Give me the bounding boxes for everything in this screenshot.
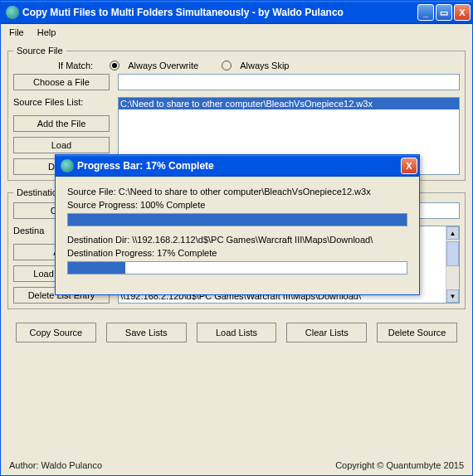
load-lists-button[interactable]: Load Lists [197, 323, 277, 342]
clear-lists-button[interactable]: Clear Lists [286, 323, 367, 342]
progress-dest-status: Destination Progress: 17% Complete [67, 248, 407, 258]
radio-skip[interactable] [222, 61, 232, 70]
dest-progress-bar [67, 261, 407, 274]
dest-progress-fill [68, 262, 125, 274]
chosen-file-field[interactable] [118, 74, 460, 90]
progress-dialog: Progress Bar: 17% Complete X Source File… [55, 154, 420, 295]
copy-source-button[interactable]: Copy Source [16, 323, 96, 342]
bottom-toolbar: Copy Source Save Lists Load Lists Clear … [7, 316, 466, 349]
minimize-button[interactable]: _ [417, 4, 434, 21]
footer: Author: Waldo Pulanco Copyright © Quantu… [1, 459, 472, 475]
delete-source-button[interactable]: Delete Source [377, 323, 457, 342]
scroll-thumb[interactable] [446, 241, 459, 266]
progress-source-file: Source File: C:\Need to share to other c… [67, 187, 407, 197]
menubar: File Help [1, 24, 472, 41]
progress-icon [61, 159, 74, 172]
progress-dest-dir: Destination Dir: \\192.168.2.112\d$\PC G… [67, 235, 407, 245]
radio-overwrite[interactable] [110, 61, 119, 70]
choose-file-button[interactable]: Choose a File [13, 74, 110, 90]
window-title: Copy Muti Files to Multi Folders Simulta… [22, 7, 417, 18]
app-icon [6, 6, 19, 19]
copyright-label: Copyright © Quantumbyte 2015 [335, 460, 464, 470]
dest-scrollbar[interactable]: ▲ ▼ [446, 226, 459, 303]
progress-close-button[interactable]: X [401, 158, 417, 174]
menu-help[interactable]: Help [32, 26, 61, 39]
add-file-button[interactable]: Add the File [13, 115, 110, 132]
source-progress-bar [67, 213, 407, 226]
progress-source-status: Source Progress: 100% Complete [67, 200, 407, 210]
source-list-label: Source Files List: [13, 97, 110, 110]
source-legend: Source File [13, 46, 66, 56]
menu-file[interactable]: File [4, 26, 29, 39]
titlebar[interactable]: Copy Muti Files to Multi Folders Simulta… [1, 1, 472, 24]
progress-title: Progress Bar: 17% Complete [77, 160, 401, 172]
close-button[interactable]: X [454, 4, 471, 21]
maximize-button[interactable]: ▭ [436, 4, 452, 21]
source-progress-fill [68, 214, 407, 226]
radio-overwrite-label: Always Overwrite [128, 61, 198, 70]
ifmatch-label: If Match: [58, 61, 93, 70]
source-file-item[interactable]: C:\Need to share to other computer\Bleac… [119, 98, 459, 109]
load-source-button[interactable]: Load [13, 137, 110, 153]
author-label: Author: Waldo Pulanco [9, 460, 102, 470]
scroll-down-icon[interactable]: ▼ [446, 289, 459, 303]
save-lists-button[interactable]: Save Lists [106, 323, 187, 342]
radio-skip-label: Always Skip [240, 61, 289, 70]
scroll-up-icon[interactable]: ▲ [446, 226, 459, 240]
